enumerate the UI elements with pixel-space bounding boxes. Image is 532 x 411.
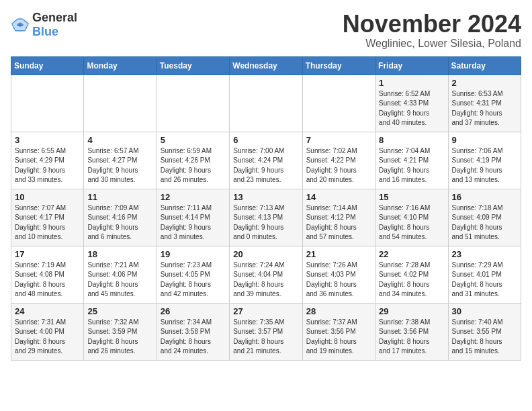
day-info: Sunrise: 7:24 AM Sunset: 4:04 PM Dayligh… [233, 261, 298, 300]
day-number: 30 [452, 306, 517, 316]
day-info: Sunrise: 7:06 AM Sunset: 4:19 PM Dayligh… [452, 146, 517, 185]
calendar-cell: 3Sunrise: 6:55 AM Sunset: 4:29 PM Daylig… [11, 132, 84, 189]
day-number: 13 [233, 192, 298, 202]
calendar-cell: 24Sunrise: 7:31 AM Sunset: 4:00 PM Dayli… [11, 303, 84, 360]
day-number: 27 [233, 306, 298, 316]
calendar-cell: 19Sunrise: 7:23 AM Sunset: 4:05 PM Dayli… [157, 246, 229, 303]
calendar-cell: 13Sunrise: 7:13 AM Sunset: 4:13 PM Dayli… [230, 189, 302, 246]
calendar-cell: 11Sunrise: 7:09 AM Sunset: 4:16 PM Dayli… [84, 189, 157, 246]
calendar-cell [84, 75, 157, 132]
day-number: 18 [87, 249, 152, 259]
calendar-cell: 17Sunrise: 7:19 AM Sunset: 4:08 PM Dayli… [11, 246, 84, 303]
day-info: Sunrise: 7:09 AM Sunset: 4:16 PM Dayligh… [87, 203, 152, 242]
page-header: General Blue November 2024 Wegliniec, Lo… [11, 11, 521, 50]
logo-blue: Blue [32, 25, 58, 38]
day-number: 9 [452, 135, 517, 145]
day-info: Sunrise: 7:40 AM Sunset: 3:55 PM Dayligh… [452, 318, 517, 357]
day-number: 12 [161, 192, 226, 202]
calendar-cell: 28Sunrise: 7:37 AM Sunset: 3:56 PM Dayli… [302, 303, 375, 360]
calendar-cell: 14Sunrise: 7:14 AM Sunset: 4:12 PM Dayli… [302, 189, 375, 246]
day-info: Sunrise: 7:19 AM Sunset: 4:08 PM Dayligh… [15, 261, 80, 300]
calendar-cell: 29Sunrise: 7:38 AM Sunset: 3:56 PM Dayli… [375, 303, 448, 360]
weekday-header-friday: Friday [375, 56, 448, 75]
calendar-week-row: 17Sunrise: 7:19 AM Sunset: 4:08 PM Dayli… [11, 246, 521, 303]
day-info: Sunrise: 7:18 AM Sunset: 4:09 PM Dayligh… [452, 203, 517, 242]
day-number: 22 [379, 249, 444, 259]
day-info: Sunrise: 7:04 AM Sunset: 4:21 PM Dayligh… [379, 146, 444, 185]
calendar-cell [230, 75, 302, 132]
day-number: 20 [233, 249, 298, 259]
day-info: Sunrise: 7:28 AM Sunset: 4:02 PM Dayligh… [379, 261, 444, 300]
calendar-cell [302, 75, 375, 132]
weekday-header-thursday: Thursday [302, 56, 375, 75]
day-number: 10 [15, 192, 80, 202]
day-number: 23 [452, 249, 517, 259]
day-info: Sunrise: 6:52 AM Sunset: 4:33 PM Dayligh… [379, 89, 444, 128]
day-info: Sunrise: 7:34 AM Sunset: 3:58 PM Dayligh… [161, 318, 226, 357]
weekday-header-row: SundayMondayTuesdayWednesdayThursdayFrid… [11, 56, 521, 75]
day-info: Sunrise: 6:59 AM Sunset: 4:26 PM Dayligh… [161, 146, 226, 185]
day-info: Sunrise: 7:38 AM Sunset: 3:56 PM Dayligh… [379, 318, 444, 357]
day-number: 24 [15, 306, 80, 316]
day-number: 29 [379, 306, 444, 316]
weekday-header-monday: Monday [84, 56, 157, 75]
calendar-cell: 10Sunrise: 7:07 AM Sunset: 4:17 PM Dayli… [11, 189, 84, 246]
day-info: Sunrise: 7:26 AM Sunset: 4:03 PM Dayligh… [306, 261, 371, 300]
calendar-cell: 16Sunrise: 7:18 AM Sunset: 4:09 PM Dayli… [448, 189, 521, 246]
location-title: Wegliniec, Lower Silesia, Poland [343, 38, 521, 50]
day-info: Sunrise: 7:16 AM Sunset: 4:10 PM Dayligh… [379, 203, 444, 242]
day-info: Sunrise: 7:29 AM Sunset: 4:01 PM Dayligh… [452, 261, 517, 300]
title-block: November 2024 Wegliniec, Lower Silesia, … [343, 11, 521, 50]
calendar-cell: 22Sunrise: 7:28 AM Sunset: 4:02 PM Dayli… [375, 246, 448, 303]
calendar-cell: 30Sunrise: 7:40 AM Sunset: 3:55 PM Dayli… [448, 303, 521, 360]
calendar-week-row: 10Sunrise: 7:07 AM Sunset: 4:17 PM Dayli… [11, 189, 521, 246]
day-info: Sunrise: 7:21 AM Sunset: 4:06 PM Dayligh… [87, 261, 152, 300]
day-number: 3 [15, 135, 80, 145]
logo-general: General [32, 11, 77, 24]
calendar-week-row: 24Sunrise: 7:31 AM Sunset: 4:00 PM Dayli… [11, 303, 521, 360]
day-info: Sunrise: 7:11 AM Sunset: 4:14 PM Dayligh… [161, 203, 226, 242]
day-number: 8 [379, 135, 444, 145]
day-number: 21 [306, 249, 371, 259]
calendar-cell: 6Sunrise: 7:00 AM Sunset: 4:24 PM Daylig… [230, 132, 302, 189]
day-info: Sunrise: 7:32 AM Sunset: 3:59 PM Dayligh… [87, 318, 152, 357]
day-info: Sunrise: 7:13 AM Sunset: 4:13 PM Dayligh… [233, 203, 298, 242]
day-info: Sunrise: 6:53 AM Sunset: 4:31 PM Dayligh… [452, 89, 517, 128]
logo: General Blue [11, 11, 77, 39]
day-info: Sunrise: 7:23 AM Sunset: 4:05 PM Dayligh… [161, 261, 226, 300]
calendar-cell: 12Sunrise: 7:11 AM Sunset: 4:14 PM Dayli… [157, 189, 229, 246]
day-number: 25 [87, 306, 152, 316]
day-info: Sunrise: 7:00 AM Sunset: 4:24 PM Dayligh… [233, 146, 298, 185]
calendar-cell: 27Sunrise: 7:35 AM Sunset: 3:57 PM Dayli… [230, 303, 302, 360]
day-info: Sunrise: 7:14 AM Sunset: 4:12 PM Dayligh… [306, 203, 371, 242]
day-number: 28 [306, 306, 371, 316]
day-number: 4 [87, 135, 152, 145]
calendar-cell: 5Sunrise: 6:59 AM Sunset: 4:26 PM Daylig… [157, 132, 229, 189]
calendar-cell: 25Sunrise: 7:32 AM Sunset: 3:59 PM Dayli… [84, 303, 157, 360]
day-number: 11 [87, 192, 152, 202]
logo-icon [11, 15, 30, 34]
calendar-cell: 26Sunrise: 7:34 AM Sunset: 3:58 PM Dayli… [157, 303, 229, 360]
calendar-cell: 23Sunrise: 7:29 AM Sunset: 4:01 PM Dayli… [448, 246, 521, 303]
day-number: 26 [161, 306, 226, 316]
day-number: 15 [379, 192, 444, 202]
logo-text: General Blue [32, 11, 77, 39]
day-number: 2 [452, 78, 517, 88]
calendar-cell: 15Sunrise: 7:16 AM Sunset: 4:10 PM Dayli… [375, 189, 448, 246]
day-number: 5 [161, 135, 226, 145]
calendar-week-row: 1Sunrise: 6:52 AM Sunset: 4:33 PM Daylig… [11, 75, 521, 132]
day-info: Sunrise: 6:55 AM Sunset: 4:29 PM Dayligh… [15, 146, 80, 185]
calendar-table: SundayMondayTuesdayWednesdayThursdayFrid… [11, 56, 521, 361]
calendar-cell [11, 75, 84, 132]
day-number: 16 [452, 192, 517, 202]
calendar-cell: 21Sunrise: 7:26 AM Sunset: 4:03 PM Dayli… [302, 246, 375, 303]
day-number: 7 [306, 135, 371, 145]
calendar-cell [157, 75, 229, 132]
calendar-cell: 9Sunrise: 7:06 AM Sunset: 4:19 PM Daylig… [448, 132, 521, 189]
calendar-week-row: 3Sunrise: 6:55 AM Sunset: 4:29 PM Daylig… [11, 132, 521, 189]
day-info: Sunrise: 7:35 AM Sunset: 3:57 PM Dayligh… [233, 318, 298, 357]
calendar-cell: 8Sunrise: 7:04 AM Sunset: 4:21 PM Daylig… [375, 132, 448, 189]
day-number: 17 [15, 249, 80, 259]
weekday-header-saturday: Saturday [448, 56, 521, 75]
weekday-header-wednesday: Wednesday [230, 56, 302, 75]
